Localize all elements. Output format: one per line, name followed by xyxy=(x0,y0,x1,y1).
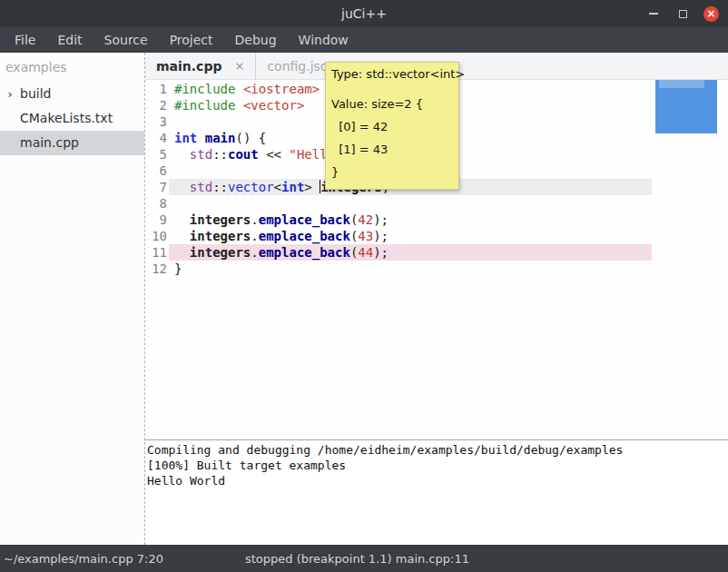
code-line-9[interactable]: 9 integers.emplace_back(42); xyxy=(145,212,652,228)
menu-item-debug[interactable]: Debug xyxy=(224,27,288,53)
line-number[interactable]: 10 xyxy=(145,228,169,244)
menu-item-project[interactable]: Project xyxy=(159,27,224,53)
close-icon: × xyxy=(706,6,715,21)
line-number[interactable]: 11 xyxy=(145,244,169,261)
minimize-icon xyxy=(649,13,658,15)
output-line: Hello World xyxy=(147,473,726,488)
output-line: Compiling and debugging /home/eidheim/ex… xyxy=(147,442,726,458)
menu-item-window[interactable]: Window xyxy=(288,27,359,53)
output-line: [100%] Built target examples xyxy=(147,458,726,473)
status-file-position: ~/examples/main.cpp 7:20 xyxy=(4,552,163,566)
scroll-overview-thumb[interactable] xyxy=(655,80,717,133)
code-text[interactable]: integers.emplace_back(44); xyxy=(169,244,652,261)
code-line-8[interactable]: 8 xyxy=(145,195,652,212)
tooltip-value-line: [1] = 43 xyxy=(331,138,453,161)
tooltip-type-line: Type: std::vector<int> xyxy=(331,66,453,83)
code-line-10[interactable]: 10 integers.emplace_back(43); xyxy=(145,228,652,244)
project-name-header: examples xyxy=(0,56,144,82)
code-line-12[interactable]: 12} xyxy=(145,261,652,277)
scroll-overview-highlight xyxy=(659,80,704,88)
sidebar-item-label: main.cpp xyxy=(0,131,79,155)
line-number[interactable]: 7 xyxy=(145,179,169,195)
restore-button[interactable] xyxy=(674,5,691,22)
line-number[interactable]: 3 xyxy=(145,113,169,130)
code-text[interactable]: integers.emplace_back(42); xyxy=(169,212,652,228)
chevron-right-icon[interactable]: › xyxy=(4,82,16,106)
juci-window: juCi++ × File Edit Source Project Debug … xyxy=(0,0,728,572)
tab-close-icon[interactable]: × xyxy=(234,59,244,73)
sidebar-item-cmakelists[interactable]: CMakeLists.txt xyxy=(0,106,144,131)
sidebar-item-label: CMakeLists.txt xyxy=(0,106,113,131)
line-number[interactable]: 6 xyxy=(145,163,169,179)
menu-bar: File Edit Source Project Debug Window xyxy=(0,27,728,53)
minimize-button[interactable] xyxy=(645,5,662,22)
debug-value-tooltip: Type: std::vector<int> Value: size=2 { [… xyxy=(325,62,459,190)
line-number[interactable]: 8 xyxy=(145,195,169,212)
sidebar-item-main-cpp[interactable]: main.cpp xyxy=(0,131,144,155)
tab-label: main.cpp xyxy=(156,59,221,74)
line-number[interactable]: 2 xyxy=(145,97,169,113)
menu-item-edit[interactable]: Edit xyxy=(46,27,93,53)
code-text[interactable]: } xyxy=(169,261,652,277)
line-number[interactable]: 12 xyxy=(145,261,169,277)
line-number[interactable]: 5 xyxy=(145,146,169,163)
status-bar: ~/examples/main.cpp 7:20 stopped (breakp… xyxy=(0,545,728,572)
sidebar-item-label: build xyxy=(16,82,51,106)
tooltip-value-line: Value: size=2 { xyxy=(331,93,453,115)
sidebar-item-build[interactable]: › build xyxy=(0,82,144,106)
status-debug-state: stopped (breakpoint 1.1) main.cpp:11 xyxy=(245,552,469,566)
code-text[interactable]: integers.emplace_back(43); xyxy=(169,228,652,244)
code-line-11[interactable]: 11 integers.emplace_back(44); xyxy=(145,244,652,261)
line-number[interactable]: 4 xyxy=(145,130,169,146)
window-controls: × xyxy=(645,0,719,27)
title-bar: juCi++ × xyxy=(0,0,728,27)
restore-icon xyxy=(679,10,687,18)
menu-item-file[interactable]: File xyxy=(4,27,46,53)
line-number[interactable]: 1 xyxy=(145,81,169,97)
line-number[interactable]: 9 xyxy=(145,212,169,228)
tooltip-value-line: [0] = 42 xyxy=(331,115,453,138)
file-tree-sidebar: examples › build CMakeLists.txt main.cpp xyxy=(0,53,144,545)
tab-main-cpp[interactable]: main.cpp × xyxy=(145,53,256,80)
menu-item-source[interactable]: Source xyxy=(93,27,159,53)
code-text[interactable] xyxy=(169,195,652,212)
window-title: juCi++ xyxy=(341,6,387,21)
close-button[interactable]: × xyxy=(703,6,719,22)
output-panel[interactable]: Compiling and debugging /home/eidheim/ex… xyxy=(145,439,728,545)
tooltip-value-line: } xyxy=(331,161,453,183)
